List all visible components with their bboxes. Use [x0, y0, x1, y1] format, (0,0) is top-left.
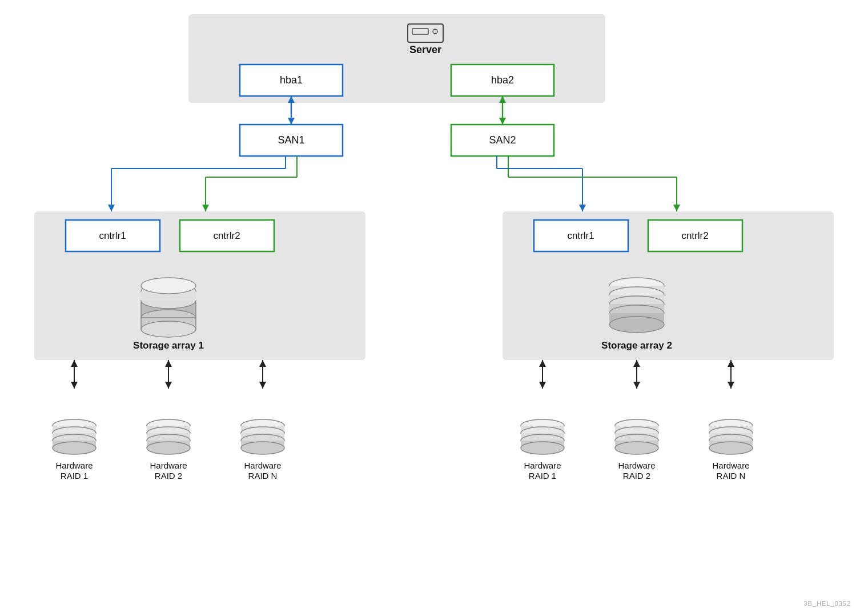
right-raid2-disk-vbot: [615, 442, 658, 454]
left-raidn-label-line2: RAID N: [248, 471, 278, 481]
left-raid1-label-line2: RAID 1: [61, 471, 88, 481]
arrow-left-raid1-up: [71, 360, 78, 367]
right-raid1-disk-vbot: [521, 442, 564, 454]
left-cntrlr1-label: cntrlr1: [99, 230, 126, 241]
left-raid1-label-line1: Hardware: [55, 461, 93, 470]
left-raid1-disk-vbot: [53, 442, 96, 454]
left-array-label: Storage array 1: [133, 340, 204, 351]
arrow-left-raid2-up: [165, 360, 172, 367]
hba1-label: hba1: [280, 74, 303, 86]
arrow-san1-cntrlr2: [202, 205, 209, 211]
hba2-label: hba2: [491, 74, 514, 86]
san1-label: SAN1: [278, 134, 304, 146]
arrow-san2-rcntrlr2: [673, 205, 680, 211]
diagram-container: Server hba1 hba2 SAN1 SAN2: [0, 0, 868, 616]
right-raidn-disk-vbot: [709, 442, 753, 454]
left-disk-very-top: [141, 278, 196, 294]
right-cntrlr1-label: cntrlr1: [567, 230, 594, 241]
arrow-san2-rcntrlr1: [579, 205, 586, 211]
right-array-label: Storage array 2: [601, 340, 672, 351]
arrow-right-raidn-up: [728, 360, 734, 367]
arrow-left-raidn-down: [259, 382, 266, 389]
arrow-right-raid2-up: [633, 360, 640, 367]
right-raidn-label-line2: RAID N: [717, 471, 746, 481]
arrow-right-raid1-down: [539, 382, 546, 389]
arrow-hba1-san1-down: [288, 118, 295, 125]
arrow-san1-cntrlr1: [108, 205, 115, 211]
right-disk-very-bottom: [609, 317, 664, 333]
arrow-left-raid1-down: [71, 382, 78, 389]
arrow-right-raid1-up: [539, 360, 546, 367]
arrow-left-raidn-up: [259, 360, 266, 367]
arrow-right-raidn-down: [728, 382, 734, 389]
arrow-right-raid2-down: [633, 382, 640, 389]
left-raid2-label-line1: Hardware: [150, 461, 187, 470]
arrow-hba2-san2-down: [499, 118, 506, 125]
left-raid2-label-line2: RAID 2: [155, 471, 182, 481]
left-raid2-disk-vbot: [147, 442, 190, 454]
left-cntrlr2-label: cntrlr2: [213, 230, 240, 241]
right-raid1-label-line2: RAID 1: [529, 471, 556, 481]
diagram-svg: Server hba1 hba2 SAN1 SAN2: [0, 0, 868, 616]
san2-label: SAN2: [489, 134, 516, 146]
right-raid2-label-line1: Hardware: [618, 461, 655, 470]
right-raidn-label-line1: Hardware: [712, 461, 749, 470]
watermark-text: 3B_HEL_0352: [803, 600, 851, 607]
left-raidn-label-line1: Hardware: [244, 461, 281, 470]
arrow-left-raid2-down: [165, 382, 172, 389]
left-raidn-disk-vbot: [241, 442, 284, 454]
right-cntrlr2-label: cntrlr2: [681, 230, 708, 241]
right-raid1-label-line1: Hardware: [524, 461, 561, 470]
right-raid2-label-line2: RAID 2: [623, 471, 650, 481]
server-label: Server: [409, 44, 441, 55]
left-disk-bottom: [141, 321, 196, 337]
